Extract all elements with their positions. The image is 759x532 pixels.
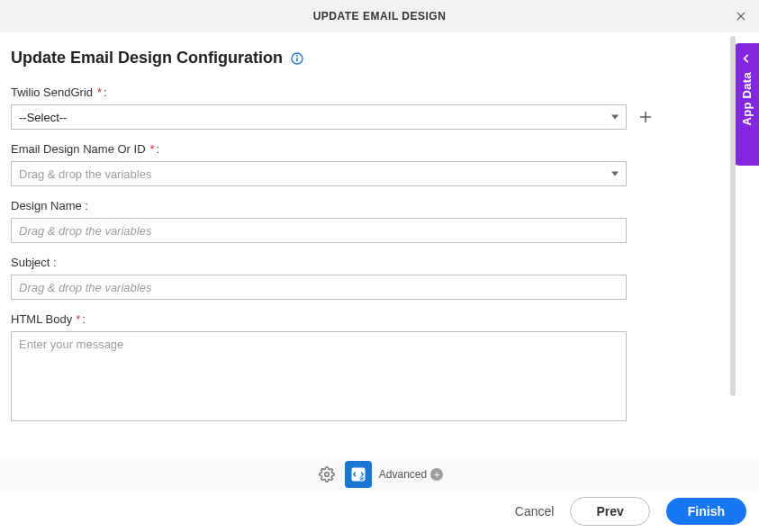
label-twilio-sendgrid: Twilio SendGrid *: — [11, 86, 748, 99]
label-design-id: Email Design Name Or ID * : — [11, 142, 748, 156]
form-content: Update Email Design Configuration Twilio… — [0, 32, 759, 458]
advanced-label-text: Advanced — [379, 468, 427, 481]
plus-circle-icon: + — [430, 468, 443, 481]
script-editor-button[interactable] — [345, 461, 372, 488]
design-id-placeholder: Drag & drop the variables — [19, 167, 151, 181]
advanced-toggle[interactable]: Advanced + — [379, 468, 443, 481]
html-body-textarea[interactable] — [11, 331, 627, 421]
page-title: Update Email Design Configuration — [11, 49, 283, 68]
titlebar: UPDATE EMAIL DESIGN — [0, 0, 759, 32]
close-icon[interactable] — [732, 7, 750, 25]
info-icon[interactable] — [290, 51, 304, 66]
wizard-buttons: Cancel Prev Finish — [0, 491, 759, 532]
label-subject: Subject : — [11, 256, 748, 269]
modal-title: UPDATE EMAIL DESIGN — [313, 10, 447, 23]
section-heading: Update Email Design Configuration — [11, 49, 748, 68]
add-connection-button[interactable] — [636, 107, 655, 127]
field-subject: Subject : — [11, 256, 748, 300]
footer-toolbar: Advanced + — [0, 458, 759, 491]
svg-point-7 — [325, 473, 330, 477]
field-design-name: Design Name : — [11, 199, 748, 243]
settings-button[interactable] — [316, 464, 338, 485]
subject-input[interactable] — [11, 275, 627, 300]
design-name-input[interactable] — [11, 218, 627, 243]
chevron-down-icon — [611, 172, 619, 176]
finish-button[interactable]: Finish — [666, 498, 746, 525]
label-html-body: HTML Body *: — [11, 312, 748, 326]
required-marker: * — [150, 142, 155, 156]
field-html-body: HTML Body *: — [11, 312, 748, 421]
prev-button[interactable]: Prev — [570, 497, 649, 526]
field-twilio-sendgrid: Twilio SendGrid *: --Select-- — [11, 86, 748, 130]
vertical-scrollbar[interactable] — [730, 36, 736, 396]
required-marker: * — [76, 312, 80, 326]
sendgrid-select[interactable]: --Select-- — [11, 104, 627, 130]
label-design-name: Design Name : — [11, 199, 748, 212]
sendgrid-select-value: --Select-- — [19, 111, 67, 124]
field-design-id: Email Design Name Or ID * : Drag & drop … — [11, 142, 748, 186]
chevron-down-icon — [611, 115, 619, 120]
required-marker: * — [97, 86, 102, 99]
cancel-button[interactable]: Cancel — [515, 504, 555, 518]
design-id-select[interactable]: Drag & drop the variables — [11, 161, 627, 186]
svg-point-4 — [297, 55, 298, 56]
